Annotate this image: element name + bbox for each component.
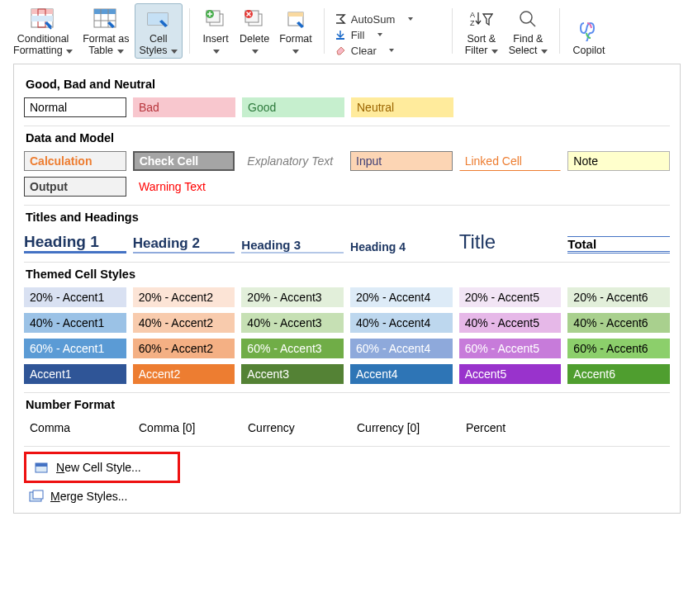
delete-icon xyxy=(244,7,265,31)
style-input[interactable]: Input xyxy=(350,151,453,171)
find-select-button[interactable]: Find & Select xyxy=(504,3,553,59)
delete-button[interactable]: Delete xyxy=(235,3,274,59)
style-accent6[interactable]: Accent6 xyxy=(567,364,670,384)
style-40-accent1[interactable]: 40% - Accent1 xyxy=(24,313,126,333)
style-note[interactable]: Note xyxy=(567,151,670,171)
style-accent5[interactable]: Accent5 xyxy=(459,364,562,384)
svg-rect-3 xyxy=(31,16,53,21)
svg-rect-1 xyxy=(31,9,53,14)
format-table-label: Format as Table xyxy=(83,33,129,57)
style-accent1[interactable]: Accent1 xyxy=(24,364,126,384)
format-table-icon xyxy=(93,7,118,31)
style-20-accent5[interactable]: 20% - Accent5 xyxy=(459,287,562,307)
find-label: Find & Select xyxy=(509,33,548,57)
section-nf: Number Format xyxy=(26,398,670,411)
style-accent2[interactable]: Accent2 xyxy=(133,364,235,384)
insert-icon xyxy=(205,7,226,31)
style-40-accent3[interactable]: 40% - Accent3 xyxy=(241,313,344,333)
svg-text:Z: Z xyxy=(470,19,475,27)
sort-find-group: AZ Sort & Filter Find & Select xyxy=(454,3,558,59)
insert-button[interactable]: Insert xyxy=(197,3,235,59)
style-20-accent6[interactable]: 20% - Accent6 xyxy=(567,287,670,307)
style-heading4[interactable]: Heading 4 xyxy=(350,240,453,254)
style-calculation[interactable]: Calculation xyxy=(24,151,126,171)
svg-rect-18 xyxy=(288,12,303,17)
svg-line-23 xyxy=(530,21,535,26)
new-cell-style-highlight: NNew Cell Style...ew Cell Style... xyxy=(24,452,180,483)
style-comma0[interactable]: Comma [0] xyxy=(133,418,235,438)
style-linked[interactable]: Linked Cell xyxy=(459,151,562,171)
copilot-label: Copilot xyxy=(573,45,605,56)
style-currency[interactable]: Currency xyxy=(242,418,344,438)
style-bad[interactable]: Bad xyxy=(133,97,235,117)
copilot-icon xyxy=(577,18,600,43)
svg-rect-27 xyxy=(33,490,43,499)
style-normal[interactable]: Normal xyxy=(24,97,126,117)
merge-styles-label: MMerge Styles...erge Styles... xyxy=(50,490,127,503)
format-button[interactable]: Format xyxy=(274,3,317,59)
cell-styles-gallery: Good, Bad and Neutral Normal Bad Good Ne… xyxy=(13,64,681,514)
style-20-accent1[interactable]: 20% - Accent1 xyxy=(24,287,126,307)
clear-button[interactable]: Clear xyxy=(335,45,442,57)
svg-point-22 xyxy=(520,12,532,23)
style-60-accent6[interactable]: 60% - Accent6 xyxy=(567,339,670,358)
style-40-accent5[interactable]: 40% - Accent5 xyxy=(459,313,562,333)
style-accent3[interactable]: Accent3 xyxy=(241,364,344,384)
style-currency0[interactable]: Currency [0] xyxy=(351,418,453,438)
section-tcs: Themed Cell Styles xyxy=(26,268,670,281)
cell-styles-label: Cell Styles xyxy=(140,33,178,57)
autosum-button[interactable]: AutoSum xyxy=(335,13,442,26)
section-gbn: Good, Bad and Neutral xyxy=(26,78,670,91)
style-neutral[interactable]: Neutral xyxy=(351,97,453,117)
style-comma[interactable]: Comma xyxy=(24,418,126,438)
format-icon xyxy=(285,7,306,31)
style-explanatory[interactable]: Explanatory Text xyxy=(241,151,344,171)
style-20-accent4[interactable]: 20% - Accent4 xyxy=(350,287,453,307)
style-title[interactable]: Title xyxy=(459,230,562,254)
svg-rect-19 xyxy=(336,38,344,40)
style-output[interactable]: Output xyxy=(24,177,126,197)
style-60-accent1[interactable]: 60% - Accent1 xyxy=(24,339,126,358)
conditional-label: Conditional Formatting xyxy=(13,33,73,57)
copilot-group: Copilot xyxy=(562,15,616,58)
insert-label: Insert xyxy=(202,33,228,57)
cell-styles-button[interactable]: Cell Styles xyxy=(135,3,183,59)
merge-icon xyxy=(29,490,44,503)
conditional-formatting-icon xyxy=(31,7,55,31)
copilot-button[interactable]: Copilot xyxy=(567,15,611,58)
style-heading1[interactable]: Heading 1 xyxy=(24,233,126,254)
style-check-cell[interactable]: Check Cell xyxy=(133,151,235,171)
styles-group: Conditional Formatting Format as Table C… xyxy=(3,3,187,59)
format-as-table-button[interactable]: Format as Table xyxy=(78,3,134,59)
section-dam: Data and Model xyxy=(26,131,670,145)
conditional-formatting-button[interactable]: Conditional Formatting xyxy=(8,3,78,59)
new-cell-style-label: NNew Cell Style...ew Cell Style... xyxy=(56,461,141,474)
merge-styles-menu[interactable]: MMerge Styles...erge Styles... xyxy=(24,486,670,506)
style-heading2[interactable]: Heading 2 xyxy=(133,235,235,254)
style-accent4[interactable]: Accent4 xyxy=(350,364,453,384)
sort-filter-button[interactable]: AZ Sort & Filter xyxy=(459,3,504,59)
style-40-accent6[interactable]: 40% - Accent6 xyxy=(567,313,670,333)
style-60-accent5[interactable]: 60% - Accent5 xyxy=(459,339,562,358)
style-60-accent3[interactable]: 60% - Accent3 xyxy=(241,339,344,358)
fill-button[interactable]: Fill xyxy=(335,29,442,41)
style-20-accent3[interactable]: 20% - Accent3 xyxy=(241,287,344,307)
style-warning[interactable]: Warning Text xyxy=(133,177,235,197)
cells-group: Insert Delete Format xyxy=(192,3,322,59)
delete-label: Delete xyxy=(240,33,269,57)
style-60-accent4[interactable]: 60% - Accent4 xyxy=(350,339,453,358)
new-cell-style-menu[interactable]: NNew Cell Style...ew Cell Style... xyxy=(30,457,146,477)
style-heading3[interactable]: Heading 3 xyxy=(241,238,344,254)
style-total[interactable]: Total xyxy=(567,236,670,254)
svg-text:A: A xyxy=(470,11,475,19)
sigma-icon xyxy=(335,13,346,25)
section-th: Titles and Headings xyxy=(26,211,670,224)
style-20-accent2[interactable]: 20% - Accent2 xyxy=(133,287,235,307)
style-60-accent2[interactable]: 60% - Accent2 xyxy=(133,339,235,358)
style-percent[interactable]: Percent xyxy=(460,418,562,438)
fill-icon xyxy=(335,29,346,40)
svg-rect-5 xyxy=(94,9,116,14)
style-good[interactable]: Good xyxy=(242,97,344,117)
style-40-accent2[interactable]: 40% - Accent2 xyxy=(133,313,235,333)
style-40-accent4[interactable]: 40% - Accent4 xyxy=(350,313,453,333)
